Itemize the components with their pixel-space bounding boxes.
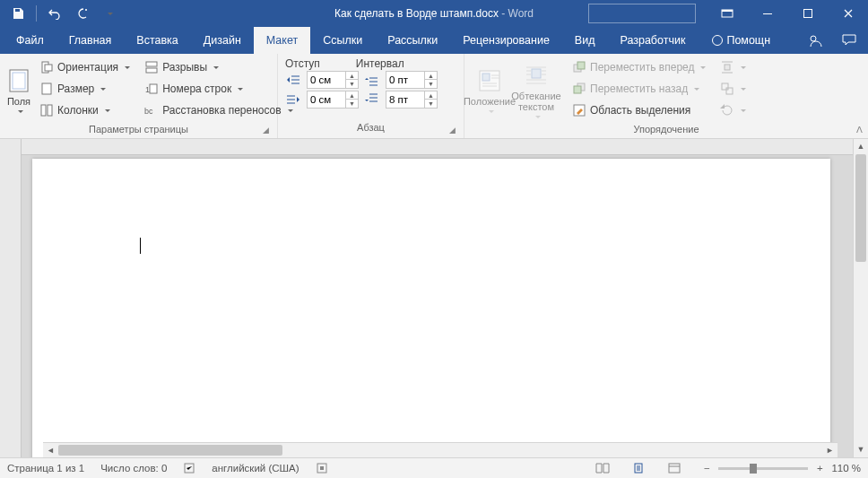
margins-button[interactable]: Поля bbox=[5, 57, 32, 120]
v-scroll-thumb[interactable] bbox=[855, 154, 866, 262]
zoom-out-button[interactable]: − bbox=[700, 463, 713, 474]
page-setup-launcher[interactable]: ◢ bbox=[263, 126, 273, 136]
status-proofing-icon[interactable] bbox=[183, 462, 195, 474]
status-word-count[interactable]: Число слов: 0 bbox=[100, 463, 167, 474]
group-button[interactable] bbox=[716, 79, 750, 99]
orientation-button[interactable]: Ориентация bbox=[36, 57, 134, 77]
columns-button[interactable]: Колонки bbox=[36, 100, 134, 120]
indent-left-input[interactable]: ▲▼ bbox=[307, 71, 359, 89]
spacing-before-input[interactable]: ▲▼ bbox=[386, 71, 438, 89]
quick-access-toolbar bbox=[0, 1, 121, 26]
save-button[interactable] bbox=[5, 1, 30, 26]
scroll-left-button[interactable]: ◄ bbox=[43, 443, 58, 457]
status-bar: Страница 1 из 1 Число слов: 0 английский… bbox=[0, 457, 868, 478]
zoom-in-button[interactable]: + bbox=[813, 463, 826, 474]
web-layout-button[interactable] bbox=[664, 460, 684, 476]
tab-review[interactable]: Рецензирование bbox=[450, 27, 562, 54]
size-button[interactable]: Размер bbox=[36, 79, 134, 99]
breaks-button[interactable]: Разрывы bbox=[141, 57, 297, 77]
vertical-ruler[interactable] bbox=[0, 139, 22, 457]
tab-home[interactable]: Главная bbox=[56, 27, 125, 54]
hyphenation-label: Расстановка переносов bbox=[162, 104, 282, 117]
account-area[interactable] bbox=[588, 4, 696, 23]
group-paragraph-label: Абзац bbox=[278, 122, 464, 138]
selection-pane-label: Область выделения bbox=[590, 104, 690, 117]
indent-left-icon bbox=[285, 73, 301, 87]
read-mode-button[interactable] bbox=[593, 460, 612, 476]
indent-right-input[interactable]: ▲▼ bbox=[307, 91, 359, 109]
tab-insert[interactable]: Вставка bbox=[124, 27, 190, 54]
columns-label: Колонки bbox=[57, 104, 99, 117]
tab-developer[interactable]: Разработчик bbox=[607, 27, 698, 54]
position-label: Положение bbox=[464, 96, 516, 107]
tab-view[interactable]: Вид bbox=[562, 27, 608, 54]
group-paragraph: Отступ Интервал ▲▼ ▲▼ bbox=[278, 54, 464, 138]
svg-rect-33 bbox=[669, 464, 680, 473]
hyphenation-button[interactable]: bc Расстановка переносов bbox=[141, 100, 297, 120]
h-scroll-thumb[interactable] bbox=[58, 445, 282, 456]
comments-button[interactable] bbox=[841, 31, 859, 49]
indent-heading: Отступ bbox=[285, 57, 320, 70]
page[interactable] bbox=[32, 159, 830, 457]
line-numbers-button[interactable]: 1 Номера строк bbox=[141, 79, 297, 99]
spacing-after-icon bbox=[364, 92, 380, 107]
size-label: Размер bbox=[57, 83, 94, 95]
orientation-label: Ориентация bbox=[57, 61, 118, 74]
svg-rect-12 bbox=[48, 105, 52, 116]
svg-rect-24 bbox=[574, 86, 581, 93]
print-layout-button[interactable] bbox=[629, 460, 648, 476]
bring-forward-label: Переместить вперед bbox=[590, 61, 694, 74]
window-title: Как сделать в Ворде штамп.docx - Word bbox=[334, 7, 534, 20]
horizontal-scrollbar[interactable]: ◄ ► bbox=[43, 442, 838, 457]
breaks-label: Разрывы bbox=[162, 61, 207, 74]
horizontal-ruler[interactable] bbox=[22, 139, 853, 155]
maximize-button[interactable] bbox=[787, 1, 828, 26]
tab-file[interactable]: Файл bbox=[4, 27, 56, 54]
collapse-ribbon-button[interactable]: ᐱ bbox=[856, 125, 863, 135]
minimize-button[interactable] bbox=[747, 1, 787, 26]
svg-rect-16 bbox=[150, 84, 157, 93]
redo-button[interactable] bbox=[69, 1, 94, 26]
svg-text:bc: bc bbox=[144, 107, 153, 116]
spacing-after-input[interactable]: ▲▼ bbox=[386, 91, 438, 109]
zoom-control: − + 110 % bbox=[700, 463, 861, 474]
tab-tell-me[interactable]: Помощн bbox=[699, 27, 783, 54]
indent-right-icon bbox=[285, 92, 301, 107]
margins-label: Поля bbox=[7, 96, 30, 107]
wrap-text-button[interactable]: Обтекание текстом bbox=[509, 57, 563, 120]
vertical-scrollbar[interactable]: ▲ ▼ bbox=[853, 139, 868, 457]
align-button[interactable] bbox=[716, 57, 750, 77]
send-backward-button[interactable]: Переместить назад bbox=[569, 79, 709, 99]
zoom-slider[interactable] bbox=[718, 467, 808, 470]
ribbon-options-button[interactable] bbox=[707, 1, 747, 26]
svg-rect-31 bbox=[320, 466, 324, 470]
group-arrange-label: Упорядочение bbox=[464, 124, 868, 138]
paragraph-launcher[interactable]: ◢ bbox=[449, 126, 460, 136]
tab-layout[interactable]: Макет bbox=[254, 27, 310, 54]
tab-design[interactable]: Дизайн bbox=[191, 27, 254, 54]
tab-mailings[interactable]: Рассылки bbox=[375, 27, 450, 54]
close-button[interactable] bbox=[828, 1, 868, 26]
share-button[interactable] bbox=[807, 31, 825, 49]
svg-rect-22 bbox=[577, 62, 585, 69]
svg-rect-13 bbox=[146, 62, 157, 66]
status-page[interactable]: Страница 1 из 1 bbox=[7, 463, 84, 474]
scroll-down-button[interactable]: ▼ bbox=[854, 442, 868, 457]
status-language[interactable]: английский (США) bbox=[212, 463, 299, 474]
title-bar: Как сделать в Ворде штамп.docx - Word bbox=[0, 0, 868, 27]
undo-button[interactable] bbox=[42, 1, 67, 26]
document-area: ◄ ► ▲ ▼ bbox=[0, 139, 868, 457]
rotate-button[interactable] bbox=[716, 100, 750, 120]
svg-rect-10 bbox=[42, 83, 51, 94]
status-macro-icon[interactable] bbox=[316, 462, 328, 474]
scroll-right-button[interactable]: ► bbox=[822, 443, 838, 457]
bring-forward-button[interactable]: Переместить вперед bbox=[569, 57, 709, 77]
scroll-up-button[interactable]: ▲ bbox=[854, 139, 868, 154]
tab-references[interactable]: Ссылки bbox=[310, 27, 375, 54]
position-button[interactable]: Положение bbox=[470, 57, 509, 120]
selection-pane-button[interactable]: Область выделения bbox=[569, 100, 709, 120]
qat-customize-button[interactable] bbox=[96, 1, 121, 26]
svg-rect-2 bbox=[722, 10, 733, 12]
svg-rect-14 bbox=[146, 68, 157, 73]
zoom-level[interactable]: 110 % bbox=[831, 463, 861, 474]
